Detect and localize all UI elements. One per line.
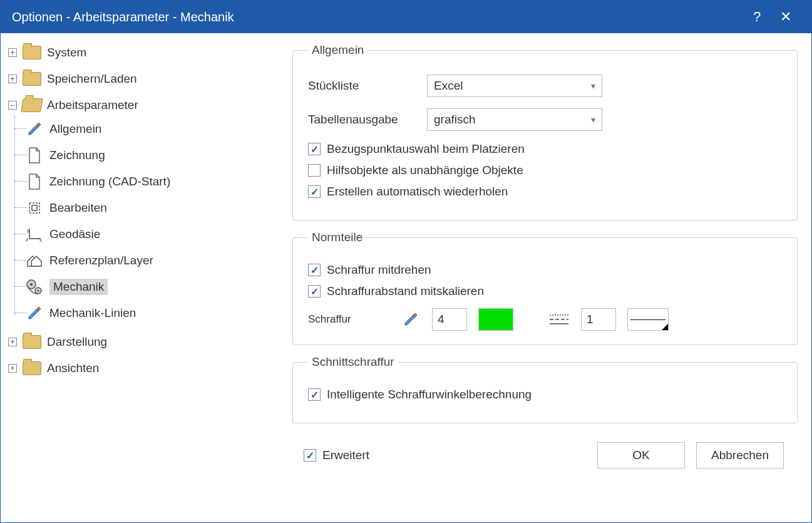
tree-label: Allgemein xyxy=(49,122,101,136)
cancel-button[interactable]: Abbrechen xyxy=(696,442,784,469)
tree-item-system[interactable]: + System xyxy=(8,42,277,63)
checkbox-checked-icon: ✓ xyxy=(308,388,321,401)
linetype-input[interactable]: 1 xyxy=(581,308,616,331)
chk-schraffur-mitdrehen[interactable]: ✓ Schraffur mitdrehen xyxy=(308,263,782,277)
expand-icon[interactable]: + xyxy=(8,48,17,57)
group-legend: Normteile xyxy=(308,230,366,244)
window-title: Optionen - Arbeitsparameter - Mechanik xyxy=(12,10,743,24)
group-normteile: Normteile ✓ Schraffur mitdrehen ✓ Schraf… xyxy=(292,230,798,345)
checkbox-unchecked-icon xyxy=(308,164,321,177)
button-label: OK xyxy=(632,448,649,462)
expand-icon[interactable]: + xyxy=(8,338,17,346)
chk-label: Schraffur mitdrehen xyxy=(327,263,431,277)
chk-label: Hilfsobjekte als unabhängige Objekte xyxy=(327,163,523,177)
folder-icon xyxy=(22,360,42,377)
folder-icon xyxy=(22,333,42,351)
content-panel: Allgemein Stückliste Excel Tabellenausga… xyxy=(282,33,811,522)
tree-label-selected: Mechanik xyxy=(49,279,108,295)
input-value: 4 xyxy=(438,313,445,326)
axes-icon: yxz xyxy=(24,225,44,243)
select-value: grafisch xyxy=(434,113,476,127)
chk-erstellen[interactable]: ✓ Erstellen automatisch wiederholen xyxy=(308,185,782,199)
input-value: 1 xyxy=(587,313,594,326)
svg-text:x: x xyxy=(39,237,42,242)
chk-label: Erstellen automatisch wiederholen xyxy=(327,185,508,199)
expand-icon[interactable]: + xyxy=(8,75,17,83)
pencil-icon xyxy=(24,304,44,322)
tree-label: Ansichten xyxy=(47,361,99,375)
tree-item-ansichten[interactable]: + Ansichten xyxy=(8,358,277,379)
collapse-icon[interactable]: – xyxy=(8,101,17,110)
group-schnittschraffur: Schnittschraffur ✓ Intelligente Schraffu… xyxy=(292,355,798,423)
chk-schraffurabstand[interactable]: ✓ Schraffurabstand mitskalieren xyxy=(308,284,782,298)
stueckliste-label: Stückliste xyxy=(308,79,427,93)
svg-rect-0 xyxy=(29,203,39,213)
chk-label: Schraffurabstand mitskalieren xyxy=(327,284,484,298)
checkbox-checked-icon: ✓ xyxy=(308,285,321,298)
tree-item-zeichnung[interactable]: Zeichnung xyxy=(24,145,277,166)
group-allgemein: Allgemein Stückliste Excel Tabellenausga… xyxy=(292,43,798,220)
svg-point-6 xyxy=(30,283,33,286)
chk-label: Intelligente Schraffurwinkelberechnung xyxy=(327,388,532,401)
tree-item-bearbeiten[interactable]: Bearbeiten xyxy=(24,197,277,219)
tree-item-darstellung[interactable]: + Darstellung xyxy=(8,331,277,353)
options-dialog: Optionen - Arbeitsparameter - Mechanik ?… xyxy=(0,0,812,523)
tabellenausgabe-select[interactable]: grafisch xyxy=(427,108,602,131)
folder-icon xyxy=(22,70,42,88)
checkbox-checked-icon: ✓ xyxy=(308,185,321,198)
mechanics-icon xyxy=(24,278,44,296)
svg-point-8 xyxy=(38,290,39,292)
document-icon xyxy=(24,147,44,164)
tree-item-zeichnung-cad[interactable]: Zeichnung (CAD-Start) xyxy=(24,171,277,192)
tree-item-speichern[interactable]: + Speichern/Laden xyxy=(8,68,277,90)
chk-erweitert[interactable]: ✓ Erweitert xyxy=(304,448,369,462)
tree-item-geodaesie[interactable]: yxz Geodäsie xyxy=(24,224,277,245)
dialog-footer: ✓ Erweitert OK Abbrechen xyxy=(292,433,798,481)
house-layer-icon xyxy=(24,252,44,269)
chk-bezugspunkt[interactable]: ✓ Bezugspunktauswahl beim Platzieren xyxy=(308,142,782,156)
folder-open-icon xyxy=(22,96,42,114)
checkbox-checked-icon: ✓ xyxy=(308,264,321,276)
checkbox-checked-icon: ✓ xyxy=(304,449,316,462)
tree-label: Darstellung xyxy=(47,335,107,349)
tree-label: Mechanik-Linien xyxy=(49,306,136,320)
pencil-icon xyxy=(24,120,44,138)
tree-label: Referenzplan/Layer xyxy=(49,254,153,267)
tree-item-arbeitsparameter[interactable]: – Arbeitsparameter xyxy=(8,95,277,116)
close-button[interactable]: ✕ xyxy=(771,9,800,25)
group-legend: Schnittschraffur xyxy=(308,355,398,369)
tree-item-allgemein[interactable]: Allgemein xyxy=(24,118,277,140)
edit-selection-icon xyxy=(24,199,44,217)
tree-label: Zeichnung (CAD-Start) xyxy=(49,175,170,189)
group-legend: Allgemein xyxy=(308,43,367,57)
tree-label: System xyxy=(47,46,86,60)
line-preview[interactable] xyxy=(627,308,669,331)
svg-text:y: y xyxy=(27,227,29,233)
tree-label: Zeichnung xyxy=(49,148,105,162)
svg-rect-1 xyxy=(32,205,37,210)
chk-label: Erweitert xyxy=(322,448,369,462)
titlebar: Optionen - Arbeitsparameter - Mechanik ?… xyxy=(1,1,811,33)
tree-item-mechanik-linien[interactable]: Mechanik-Linien xyxy=(24,303,277,324)
pencil-icon[interactable] xyxy=(401,311,421,328)
stueckliste-select[interactable]: Excel xyxy=(427,75,602,97)
tree-label: Bearbeiten xyxy=(49,201,107,215)
ok-button[interactable]: OK xyxy=(597,442,685,469)
svg-text:z: z xyxy=(26,237,28,242)
select-value: Excel xyxy=(434,79,463,93)
chk-intelligente[interactable]: ✓ Intelligente Schraffurwinkelberechnung xyxy=(308,388,782,401)
chk-label: Bezugspunktauswahl beim Platzieren xyxy=(327,142,525,156)
tree-label: Geodäsie xyxy=(49,227,100,241)
nav-tree: + System + Speichern/Laden – xyxy=(1,33,282,522)
linetype-icon[interactable] xyxy=(548,311,570,328)
help-button[interactable]: ? xyxy=(743,9,771,25)
tree-item-referenzplan[interactable]: Referenzplan/Layer xyxy=(24,250,277,271)
expand-icon[interactable]: + xyxy=(8,364,17,373)
schraffur-color-swatch[interactable] xyxy=(478,308,513,331)
schraffur-pen-input[interactable]: 4 xyxy=(432,308,467,331)
chk-hilfsobjekte[interactable]: Hilfsobjekte als unabhängige Objekte xyxy=(308,163,782,177)
tree-item-mechanik[interactable]: Mechanik xyxy=(24,276,277,298)
folder-icon xyxy=(22,44,42,61)
button-label: Abbrechen xyxy=(711,448,769,462)
document-icon xyxy=(24,173,44,190)
